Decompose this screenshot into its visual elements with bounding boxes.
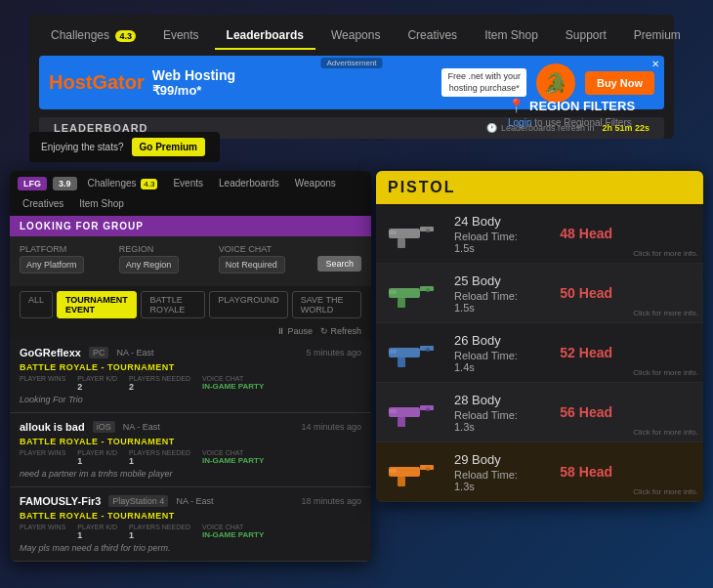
nav-leaderboards[interactable]: Leaderboards (215, 22, 315, 48)
weapon-stats-0: 24 Body Reload Time: 1.5s (444, 204, 550, 263)
gun-icon-1 (384, 276, 438, 311)
ad-free-offer: Free .net with your hosting purchase* (441, 68, 526, 97)
detail-kd-2: PLAYER K/D 1 (77, 524, 117, 540)
entry-details-1: PLAYER WINS PLAYER K/D 1 PLAYERS NEEDED … (20, 449, 361, 466)
detail-voice-label-0: VOICE CHAT (202, 375, 264, 382)
ad-buy-button[interactable]: Buy Now (585, 71, 654, 95)
list-item: GoGReflexx PC NA - East 5 minutes ago BA… (10, 339, 371, 413)
svg-point-19 (426, 407, 430, 411)
region-title-text: REGION FILTERS (529, 99, 635, 113)
weapon-stats-3: 28 Body Reload Time: 1.3s (444, 383, 550, 441)
refresh-button[interactable]: ↻ Refresh (320, 326, 361, 336)
weapon-body-3: 28 Body (454, 393, 540, 407)
nav-weapons[interactable]: Weapons (319, 22, 392, 48)
svg-point-4 (426, 229, 430, 232)
nav-events[interactable]: Events (151, 22, 211, 48)
nav-itemshop[interactable]: Item Shop (473, 22, 550, 48)
tab-all[interactable]: ALL (20, 291, 53, 318)
detail-kd-val-0: 2 (77, 382, 117, 392)
go-premium-button[interactable]: Go Premium (132, 138, 205, 156)
lfg-version-badge: 3.9 (53, 177, 77, 190)
svg-rect-7 (398, 298, 405, 308)
ad-content: Web Hosting ₹99/mo* (152, 67, 235, 98)
svg-rect-23 (389, 469, 397, 473)
entry-name-0: GoGReflexx (20, 347, 81, 358)
ad-free-line1: Free .net with your (447, 71, 521, 81)
detail-kd-label-0: PLAYER K/D (77, 375, 117, 382)
promo-bar: Enjoying the stats? Go Premium (29, 132, 220, 162)
svg-rect-13 (389, 350, 397, 354)
weapon-stats-1: 25 Body Reload Time: 1.5s (444, 264, 550, 322)
click-more-1[interactable]: Click for more info. (628, 304, 703, 322)
entry-platform-1: iOS (93, 421, 115, 433)
table-row[interactable]: 28 Body Reload Time: 1.3s 56 Head Click … (376, 383, 703, 442)
weapon-body-4: 29 Body (454, 452, 540, 467)
tab-playground[interactable]: PLAYGROUND (209, 291, 287, 318)
nav-premium-label: Premium (634, 28, 681, 42)
weapon-img-2 (376, 323, 444, 382)
lfg-nav-creatives[interactable]: Creatives (18, 196, 68, 211)
detail-voice-2: VOICE CHAT IN-GAME PARTY (202, 524, 264, 540)
svg-rect-8 (389, 290, 397, 294)
click-more-2[interactable]: Click for more info. (628, 363, 703, 382)
detail-players-label-0: PLAYERS NEEDED (129, 375, 190, 382)
ad-logo: HostGator (49, 71, 145, 94)
detail-players-1: PLAYERS NEEDED 1 (129, 449, 190, 466)
pause-button[interactable]: ⏸ Pause (276, 326, 313, 336)
weapon-img-4 (376, 442, 444, 501)
entry-mode-0: BATTLE ROYALE - TOURNAMENT (20, 362, 361, 372)
promo-text: Enjoying the stats? (41, 142, 124, 152)
nav-support[interactable]: Support (554, 22, 618, 48)
click-more-0[interactable]: Click for more info. (628, 244, 703, 263)
clock-icon: 🕐 (486, 123, 497, 133)
filter-platform-select[interactable]: Any Platform (20, 256, 84, 273)
lfg-nav: LFG 3.9 Challenges 4.3 Events Leaderboar… (10, 171, 371, 216)
lfg-nav-challenges[interactable]: Challenges 4.3 (83, 176, 163, 190)
filter-search-button[interactable]: Search (317, 256, 361, 272)
tab-tournament[interactable]: TOURNAMENT EVENT (57, 291, 137, 318)
lfg-nav-weapons[interactable]: Weapons (290, 176, 341, 190)
ad-mascot: 🐊 (536, 63, 575, 103)
tab-save-world[interactable]: SAVE THE WORLD (292, 291, 361, 318)
detail-players-val-1: 1 (129, 456, 190, 466)
entry-time-2: 18 minutes ago (301, 496, 361, 506)
table-row[interactable]: 26 Body Reload Time: 1.4s 52 Head Click … (376, 323, 703, 383)
entry-time-1: 14 minutes ago (301, 422, 361, 432)
table-row[interactable]: 29 Body Reload Time: 1.3s 58 Head Click … (376, 442, 703, 502)
region-login-link[interactable]: Login (508, 117, 531, 128)
filter-voice-select[interactable]: Not Required (219, 256, 285, 273)
entry-details-0: PLAYER WINS PLAYER K/D 2 PLAYERS NEEDED … (20, 375, 361, 392)
lfg-nav-leaderboards[interactable]: Leaderboards (214, 176, 284, 190)
table-row[interactable]: 25 Body Reload Time: 1.5s 50 Head Click … (376, 264, 703, 323)
entry-header-2: FAMOUSLY-Fir3 PlayStation 4 NA - East 18… (20, 495, 361, 507)
table-row[interactable]: 24 Body Reload Time: 1.5s 48 Head Click … (376, 204, 703, 264)
svg-point-9 (426, 288, 430, 292)
lfg-nav-events[interactable]: Events (168, 176, 208, 190)
ad-logo-text: HostGator (49, 71, 145, 94)
filter-region-select[interactable]: Any Region (119, 256, 179, 273)
detail-players-0: PLAYERS NEEDED 2 (129, 375, 190, 392)
detail-wins-2: PLAYER WINS (20, 524, 65, 540)
entry-mode-2: BATTLE ROYALE - TOURNAMENT (20, 511, 361, 521)
lfg-controls: ⏸ Pause ↻ Refresh (10, 323, 371, 339)
lfg-panel: LFG 3.9 Challenges 4.3 Events Leaderboar… (10, 171, 371, 562)
weapon-head-3: 56 Head (560, 404, 612, 420)
weapon-body-1: 25 Body (454, 273, 540, 288)
weapon-head-col-2: 52 Head (550, 323, 628, 382)
tab-battle-royale[interactable]: BATTLE ROYALE (141, 291, 205, 318)
entry-header-1: allouk is bad iOS NA - East 14 minutes a… (20, 421, 361, 433)
detail-wins-label-0: PLAYER WINS (20, 375, 65, 382)
nav-leaderboards-label: Leaderboards (227, 28, 304, 42)
entry-platform-0: PC (89, 347, 109, 358)
lfg-nav-itemshop[interactable]: Item Shop (74, 196, 129, 211)
ad-price: ₹99/mo* (152, 83, 235, 98)
weapon-img-3 (376, 383, 444, 441)
click-more-3[interactable]: Click for more info. (628, 423, 703, 441)
click-more-4[interactable]: Click for more info. (628, 483, 703, 501)
nav-challenges[interactable]: Challenges 4.3 (39, 22, 147, 48)
ad-close-button[interactable]: ✕ (651, 59, 659, 69)
nav-creatives[interactable]: Creatives (396, 22, 469, 48)
filter-row-platform: PLATFORM Any Platform REGION Any Region … (20, 244, 361, 273)
svg-rect-17 (398, 417, 405, 427)
nav-premium[interactable]: Premium (622, 22, 692, 48)
